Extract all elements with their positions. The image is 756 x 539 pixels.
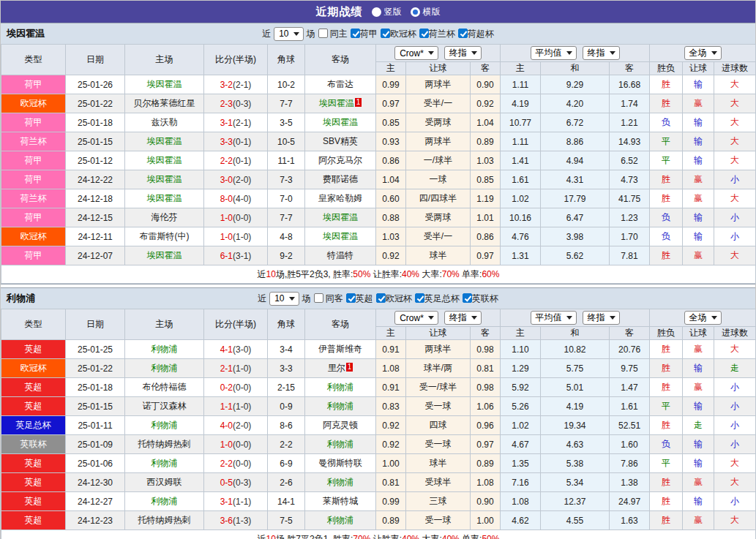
odds-home: 0.92: [376, 246, 406, 265]
away-team-name[interactable]: SBV精英: [323, 136, 358, 146]
league-checkbox[interactable]: [376, 293, 386, 303]
home-team-name[interactable]: 西汉姆联: [147, 477, 182, 487]
match-count-select[interactable]: 10: [274, 27, 303, 41]
scope-select[interactable]: 全场: [684, 311, 722, 325]
away-team-name[interactable]: 利物浦: [327, 439, 353, 449]
app-window: 近期战绩 竖版 横版 埃因霍温近10场 同主荷甲欧冠杯荷兰杯荷超杯类型日期主场比…: [0, 0, 756, 539]
away-team-name[interactable]: 阿尔克马尔: [318, 155, 362, 165]
home-team-name[interactable]: 利物浦: [151, 496, 178, 506]
home-team-name[interactable]: 布雷斯特(中): [140, 231, 190, 241]
avg-source-select[interactable]: 平均值: [531, 46, 577, 60]
league-filter-option[interactable]: 英足总杯: [415, 293, 460, 305]
away-team-name[interactable]: 莱斯特城: [323, 496, 358, 506]
league-checkbox[interactable]: [458, 29, 468, 38]
away-team-name[interactable]: 利物浦: [327, 401, 353, 411]
league-filter-option[interactable]: 英超: [346, 293, 373, 305]
league-filter-option[interactable]: 英联杯: [463, 293, 498, 305]
summary-part: 让胜率:: [370, 269, 402, 279]
same-venue-option[interactable]: 同客: [314, 293, 343, 305]
league-filter-option[interactable]: 欧冠杯: [376, 293, 412, 305]
radio-vertical-layout[interactable]: 竖版: [372, 6, 402, 18]
away-team-name[interactable]: 阿克灵顿: [323, 420, 358, 430]
away-team-name[interactable]: 费耶诺德: [323, 174, 358, 184]
radio-icon[interactable]: [372, 7, 381, 17]
sub-col-header: 和: [541, 327, 610, 340]
away-team-name[interactable]: 伊普斯维奇: [318, 344, 362, 354]
league-checkbox[interactable]: [351, 29, 360, 38]
away-team-name[interactable]: 利物浦: [327, 477, 353, 487]
radio-icon[interactable]: [411, 7, 420, 17]
home-team-name[interactable]: 贝尔格莱德红星: [134, 98, 195, 108]
league-checkbox[interactable]: [346, 293, 356, 303]
avg-home: 1.02: [501, 416, 541, 435]
fulltime-score: 3-1: [220, 497, 233, 507]
odds-stage-select-value: 终指: [449, 312, 467, 324]
home-team: 利物浦: [125, 340, 204, 359]
avg-stage-select[interactable]: 终指: [583, 46, 620, 60]
odds-away: 0.90: [471, 492, 501, 511]
chevron-down-icon: [610, 51, 615, 55]
home-team-name[interactable]: 利物浦: [151, 344, 178, 354]
halftime-score: (3-0): [233, 344, 251, 355]
league-checkbox[interactable]: [463, 293, 472, 303]
summary-part: 70%: [353, 534, 370, 539]
avg-source-select[interactable]: 平均值: [531, 311, 577, 325]
home-team-name[interactable]: 诺丁汉森林: [143, 401, 187, 411]
match-date: 25-01-09: [66, 435, 125, 454]
league-filter-option[interactable]: 荷超杯: [458, 28, 494, 40]
away-team-name[interactable]: 皇家哈勒姆: [318, 193, 362, 203]
match-date: 25-01-22: [66, 359, 125, 378]
avg-draw: 5.01: [541, 378, 610, 397]
home-team-name[interactable]: 埃因霍温: [147, 193, 182, 203]
radio-horizontal-layout[interactable]: 横版: [411, 6, 441, 18]
avg-stage-select[interactable]: 终指: [583, 311, 620, 325]
corners: 3-4: [268, 340, 305, 359]
away-team-name[interactable]: 埃因霍温: [323, 117, 358, 127]
away-team-name[interactable]: 埃因霍温: [323, 231, 358, 241]
home-team-name[interactable]: 海伦芬: [151, 212, 178, 222]
home-team-name[interactable]: 利物浦: [151, 420, 178, 430]
match-count-select[interactable]: 10: [269, 292, 299, 306]
home-team-name[interactable]: 利物浦: [151, 363, 178, 373]
away-team-name[interactable]: 曼彻斯特联: [318, 458, 362, 468]
home-team-name[interactable]: 埃因霍温: [147, 136, 182, 146]
league-checkbox[interactable]: [415, 293, 424, 303]
home-team-name[interactable]: 托特纳姆热刺: [138, 515, 191, 525]
away-team-name[interactable]: 埃因霍温: [319, 98, 354, 108]
away-team-name[interactable]: 埃因霍温: [323, 212, 358, 222]
same-venue-checkbox[interactable]: [314, 293, 323, 303]
odds-source-select[interactable]: Crow*: [394, 311, 438, 325]
odds-stage-select[interactable]: 终指: [444, 46, 482, 60]
home-team-name[interactable]: 埃因霍温: [147, 174, 182, 184]
away-team-name[interactable]: 里尔: [328, 363, 345, 373]
away-team-name[interactable]: 利物浦: [327, 382, 353, 392]
home-team-name[interactable]: 兹沃勒: [151, 117, 178, 127]
same-venue-option[interactable]: 同主: [318, 28, 348, 40]
scope-selects: 全场: [651, 311, 755, 325]
home-team-name[interactable]: 埃因霍温: [147, 79, 182, 89]
scope-select[interactable]: 全场: [684, 46, 722, 60]
odds-stage-select[interactable]: 终指: [444, 311, 482, 325]
home-team: 诺丁汉森林: [125, 397, 204, 416]
league-checkbox[interactable]: [381, 29, 390, 38]
home-team-name[interactable]: 埃因霍温: [147, 250, 182, 260]
corners: 0-9: [268, 397, 305, 416]
result-outcome: 负: [650, 113, 683, 132]
league-checkbox[interactable]: [419, 29, 429, 38]
result-goals: 大: [714, 75, 756, 94]
league-filter-option[interactable]: 荷甲: [351, 28, 378, 40]
home-team-name[interactable]: 托特纳姆热刺: [138, 439, 191, 449]
away-team-name[interactable]: 利物浦: [327, 515, 353, 525]
odds-source-select[interactable]: Crow*: [394, 46, 438, 60]
home-team-name[interactable]: 布伦特福德: [143, 382, 187, 392]
away-team-name[interactable]: 特温特: [327, 250, 353, 260]
league-filter-option[interactable]: 欧冠杯: [381, 28, 416, 40]
away-team: 布雷达: [305, 75, 376, 94]
home-team-name[interactable]: 利物浦: [151, 458, 178, 468]
away-team-name[interactable]: 布雷达: [327, 79, 353, 89]
result-handicap: 输: [683, 75, 714, 94]
league-filter-option[interactable]: 荷兰杯: [419, 28, 455, 40]
home-team-name[interactable]: 埃因霍温: [147, 155, 182, 165]
result-goals: 大: [714, 454, 756, 473]
same-venue-checkbox[interactable]: [318, 29, 328, 38]
